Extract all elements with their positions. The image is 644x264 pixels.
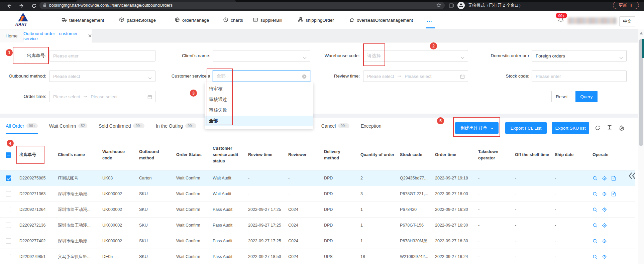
col-header-stock-code: Stock code [397, 140, 432, 170]
dropdown-option[interactable]: 待审核 [205, 84, 313, 94]
address-bar[interactable]: bookingmgr.hart-worldwide.com/#/serviceM… [39, 2, 445, 9]
arrow-right-icon [83, 95, 87, 98]
outbound-no-input[interactable]: Please enter [49, 50, 155, 61]
table-row[interactable]: D2209272136 深圳市绘王动漫... UK000002 SKU Wait… [0, 218, 635, 233]
query-button[interactable]: Query [575, 91, 598, 102]
browser-menu-icon[interactable]: ⋮ [629, 3, 633, 8]
cell-client: 深圳市绘王动漫... [55, 233, 100, 249]
customer-service-audit-select[interactable]: 全部 [213, 71, 310, 82]
col-header-ship-date: Ship date [552, 140, 590, 170]
table-row[interactable]: D2209279851 义乌予瑄供应链... DE05 SKU Wait Con… [0, 249, 635, 264]
client-name-select[interactable] [213, 50, 310, 61]
cell-order-status: Wait Confirm [174, 233, 210, 249]
scrollbar-up-arrow[interactable] [640, 32, 643, 34]
selected-value: Foreign orders [536, 53, 565, 58]
user-name-redacted[interactable] [568, 17, 617, 24]
row-checkbox[interactable] [6, 207, 11, 212]
table-toolbar: All Order 99+ Wait Confirm 52 Sold Confi… [0, 118, 638, 137]
density-icon[interactable] [607, 125, 613, 131]
screen: bookingmgr.hart-worldwide.com/#/serviceM… [0, 0, 644, 264]
placeholder: Please enter [53, 53, 79, 58]
side-panel-icon[interactable] [448, 2, 454, 8]
row-checkbox[interactable] [6, 175, 11, 181]
table-row[interactable]: D2209275885 IT测试账号 UK03 Carton Wait Conf… [0, 170, 635, 186]
col-header-warehouse: Warehouse code [100, 140, 136, 170]
table-row[interactable]: D2209271264 深圳市绘王动漫... UK000002 SKU Wait… [0, 202, 635, 218]
track-icon[interactable] [602, 254, 607, 259]
create-outbound-order-button[interactable]: 创建出库订单 [455, 122, 499, 134]
audit-doc-icon[interactable] [611, 176, 616, 181]
row-checkbox[interactable] [6, 238, 11, 244]
view-detail-icon[interactable] [593, 176, 598, 181]
dropdown-option[interactable]: 审核通过 [205, 94, 313, 105]
nav-item-order-manage[interactable]: orderManage [175, 11, 209, 29]
export-sku-button[interactable]: Export SKU list [552, 122, 589, 134]
nav-item-packet-storage[interactable]: packetStorage [119, 11, 156, 29]
cell-off-shelf: - [512, 202, 552, 217]
nav-item-take-management[interactable]: takeManagement [62, 11, 104, 29]
view-detail-icon[interactable] [593, 191, 598, 196]
nav-item-shipping-order[interactable]: shippingOrder [298, 11, 334, 29]
view-detail-icon[interactable] [593, 254, 598, 259]
col-header-outbound-no: 出库单号 [17, 140, 55, 170]
view-detail-icon[interactable] [593, 223, 598, 228]
track-icon[interactable] [602, 223, 607, 228]
stock-code-input[interactable]: Please enter [532, 71, 627, 82]
select-all-checkbox[interactable] [6, 152, 11, 158]
browser-update-button[interactable]: 更新 ⋮ [613, 2, 639, 9]
nav-more-button[interactable]: ... [427, 11, 432, 29]
view-detail-icon[interactable] [593, 207, 598, 212]
hart-logo[interactable]: HART [12, 12, 45, 28]
row-checkbox[interactable] [6, 191, 11, 196]
forward-icon[interactable] [19, 3, 25, 9]
status-tab[interactable]: Cancel 99+ [321, 118, 349, 134]
status-tab[interactable]: All Order 99+ [6, 118, 38, 134]
gear-icon[interactable] [619, 125, 625, 131]
track-icon[interactable] [602, 239, 607, 244]
lock-icon [43, 2, 46, 8]
status-tab[interactable]: In the OutIng 99+ [156, 118, 196, 134]
cell-order-time: 2022-09-27 19:18 [432, 170, 475, 186]
export-fcl-button[interactable]: Export FCL List [505, 122, 547, 134]
cell-quantity: 2 [358, 170, 397, 186]
refresh-icon[interactable] [595, 125, 601, 131]
row-checkbox[interactable] [6, 223, 11, 228]
tab-home[interactable]: Home [0, 29, 23, 42]
dropdown-option[interactable]: 审核失败 [205, 105, 313, 116]
track-icon[interactable] [602, 207, 607, 212]
warehouse-code-select[interactable]: 请选择 [363, 50, 468, 61]
row-checkbox[interactable] [6, 254, 11, 259]
nav-item-overseas-order-management[interactable]: overseasOrderManagement [349, 11, 413, 29]
status-tab[interactable]: Sold Confirmed 99+ [99, 118, 144, 134]
language-button[interactable]: 中文 [619, 16, 635, 26]
tab-outbound-order[interactable]: Outbound order - customer service [23, 29, 92, 42]
status-tab[interactable]: Wait Confirm 52 [49, 118, 87, 134]
track-icon[interactable] [602, 191, 607, 196]
bookmark-star-icon[interactable] [436, 3, 441, 9]
nav-item-charts[interactable]: charts [223, 11, 243, 29]
close-tab-icon[interactable] [88, 33, 92, 38]
nav-item-supplier-bill[interactable]: supplierBill [253, 11, 282, 29]
reload-icon[interactable] [31, 3, 37, 9]
clear-icon[interactable] [302, 74, 307, 80]
domestic-order-select[interactable]: Foreign orders [532, 50, 627, 61]
status-tab[interactable]: Exception [361, 118, 381, 134]
dropdown-option[interactable]: 全部 [205, 116, 313, 126]
table-row[interactable]: D2209271363 深圳市绘王动漫... UK000002 SKU Wait… [0, 186, 635, 202]
outbound-method-select[interactable]: Please select [49, 71, 155, 82]
table-row[interactable]: D2209277402 深圳市绘王动漫... UK000002 SKU Wait… [0, 233, 635, 249]
order-time-range[interactable]: Please select Please select [49, 91, 155, 102]
audit-doc-icon[interactable] [611, 191, 616, 196]
cell-audit-status: Wait Audit [210, 170, 245, 186]
back-icon[interactable] [6, 3, 12, 9]
col-header-outbound-method: Outbound method [136, 140, 174, 170]
review-time-range[interactable]: Please select Please select [363, 71, 468, 82]
filter-panel: 出库单号: Please enter Client's name: Wareho… [0, 42, 638, 114]
arrow-right-icon [397, 75, 401, 78]
track-icon[interactable] [602, 176, 607, 181]
chevron-down-icon [148, 76, 152, 81]
panel-collapse-handle[interactable] [627, 171, 637, 180]
reset-button[interactable]: Reset [551, 91, 572, 102]
view-detail-icon[interactable] [593, 239, 598, 244]
bill-icon [253, 17, 258, 23]
